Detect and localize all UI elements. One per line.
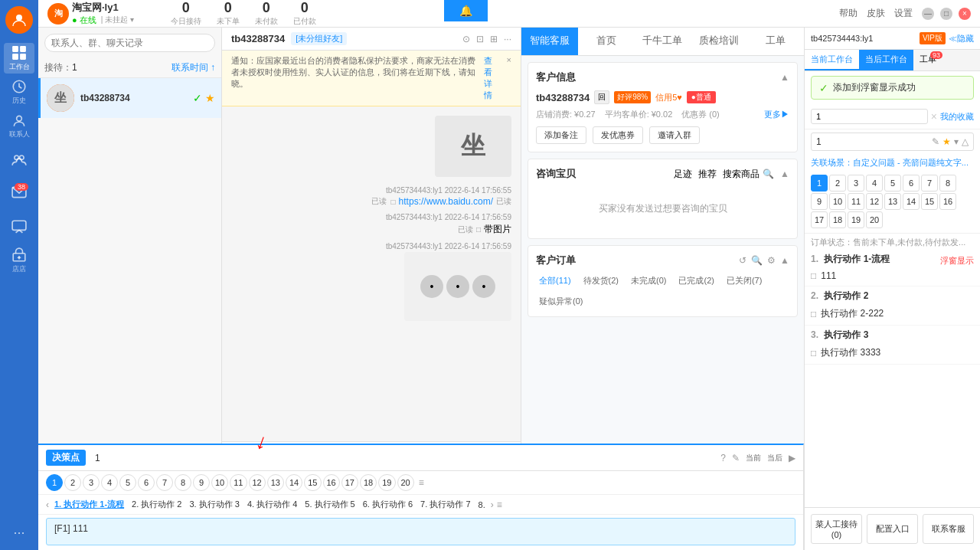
num-btn-3[interactable]: 3 — [848, 175, 864, 192]
num-btn-5[interactable]: 5 — [884, 175, 901, 192]
decision-num-7[interactable]: 7 — [156, 474, 173, 491]
settings-orders-icon[interactable]: ⚙ — [767, 255, 776, 266]
decision-num-1[interactable]: 1 — [46, 474, 63, 491]
header-icon-3[interactable]: ⊞ — [490, 34, 498, 44]
order-tab-shipping[interactable]: 待发货(2) — [580, 273, 622, 288]
order-tab-abnormal[interactable]: 疑似异常(0) — [536, 294, 586, 309]
contact-service-button[interactable]: 联系客服 — [923, 514, 974, 544]
add-note-button[interactable]: 添加备注 — [536, 126, 586, 144]
decision-action-5[interactable]: 5. 执行动作 5 — [302, 498, 357, 511]
num-btn-10[interactable]: 10 — [829, 193, 846, 210]
decision-num-13[interactable]: 13 — [267, 474, 284, 491]
help-popup-icon[interactable]: ? — [720, 453, 726, 463]
num-btn-12[interactable]: 12 — [866, 193, 883, 210]
chat-search-input[interactable] — [44, 34, 215, 52]
decision-num-15[interactable]: 15 — [304, 474, 321, 491]
decision-action-2[interactable]: 2. 执行动作 2 — [129, 498, 184, 511]
edit-icon[interactable]: ✎ — [932, 136, 939, 147]
refresh-orders-icon[interactable]: ↺ — [739, 255, 746, 266]
action-1-text[interactable]: 111 — [821, 270, 836, 281]
num-btn-8[interactable]: 8 — [939, 175, 956, 192]
float-display-button[interactable]: 浮窗显示 — [940, 255, 974, 267]
actions-prev-icon[interactable]: ‹ — [46, 499, 49, 510]
my-collect-link[interactable]: 我的收藏 — [940, 111, 974, 123]
order-tab-complete[interactable]: 已完成(2) — [675, 273, 717, 288]
header-menu[interactable]: ··· — [504, 34, 511, 44]
num-btn-14[interactable]: 14 — [903, 193, 920, 210]
tab-work-order[interactable]: 工单 — [747, 28, 804, 55]
header-icon-1[interactable]: ⊙ — [462, 34, 470, 44]
decision-action-3[interactable]: 3. 执行动作 3 — [187, 498, 241, 511]
action-3-text[interactable]: 执行动作 3333 — [821, 346, 880, 359]
tab-order[interactable]: 千牛工单 — [635, 28, 691, 55]
decision-num-3[interactable]: 3 — [83, 474, 100, 491]
collapse-query-icon[interactable]: ▲ — [780, 169, 789, 179]
decision-num-5[interactable]: 5 — [119, 474, 136, 491]
num-btn-2[interactable]: 2 — [829, 175, 846, 192]
decision-action-1[interactable]: 1. 执行动作 1-流程 — [52, 498, 126, 511]
query-tab-recommend[interactable]: 推荐 — [698, 168, 717, 181]
decision-num-18[interactable]: 18 — [360, 474, 377, 491]
notice-detail-link[interactable]: 查看详情 — [484, 55, 500, 101]
decision-num-2[interactable]: 2 — [64, 474, 81, 491]
notice-close-button[interactable]: × — [507, 55, 511, 64]
expand-icon[interactable]: ▾ — [954, 136, 959, 147]
contact-time[interactable]: 联系时间 ↑ — [172, 61, 215, 74]
bell-button[interactable]: 🔔 — [444, 0, 488, 21]
decision-action-6[interactable]: 6. 执行动作 6 — [361, 498, 415, 511]
search-orders-icon[interactable]: 🔍 — [751, 255, 763, 266]
next-toggle[interactable]: 当后 — [767, 453, 782, 463]
decision-num-17[interactable]: 17 — [341, 474, 358, 491]
more-icon[interactable]: △ — [962, 136, 969, 147]
decision-num-16[interactable]: 16 — [323, 474, 340, 491]
decision-num-6[interactable]: 6 — [138, 474, 155, 491]
num-btn-4[interactable]: 4 — [866, 175, 883, 192]
actions-next-icon[interactable]: › — [491, 499, 494, 510]
user-avatar[interactable] — [5, 6, 33, 34]
sidebar-item-chat[interactable] — [4, 211, 34, 242]
sidebar-more[interactable]: ··· — [13, 525, 24, 541]
more-button[interactable]: 更多▶ — [764, 109, 789, 120]
collapse-orders-icon[interactable]: ▲ — [780, 255, 789, 266]
tab-home[interactable]: 首页 — [578, 28, 635, 55]
help-link[interactable]: 帮助 — [839, 7, 858, 20]
order-tab-incomplete[interactable]: 未完成(0) — [628, 273, 669, 288]
decision-num-8[interactable]: 8 — [175, 474, 191, 491]
query-tab-footprint[interactable]: 足迹 — [674, 168, 692, 181]
num-btn-1[interactable]: 1 — [811, 175, 828, 192]
chat-list-item[interactable]: 坐 tb43288734 ✓ ★ — [38, 78, 221, 118]
skin-link[interactable]: 皮肤 — [867, 7, 885, 20]
num-row-more[interactable]: ≡ — [419, 477, 424, 488]
num-btn-7[interactable]: 7 — [921, 175, 938, 192]
decision-num-12[interactable]: 12 — [249, 474, 266, 491]
num-btn-17[interactable]: 17 — [811, 211, 828, 228]
decision-num-19[interactable]: 19 — [378, 474, 395, 491]
decision-num-9[interactable]: 9 — [193, 474, 210, 491]
section-label-link[interactable]: 关联场景：自定义问题 - 亮箭问题纯文字... — [811, 158, 969, 167]
order-tab-closed[interactable]: 已关闭(7) — [724, 273, 765, 288]
minimize-button[interactable]: — — [922, 8, 934, 20]
decision-num-20[interactable]: 20 — [397, 474, 414, 491]
num-btn-19[interactable]: 19 — [848, 211, 864, 228]
edit-popup-icon[interactable]: ✎ — [732, 453, 740, 463]
far-tab-current[interactable]: 当前工作台 — [805, 50, 859, 70]
config-entry-button[interactable]: 配置入口 — [867, 514, 918, 544]
settings-link[interactable]: 设置 — [894, 7, 913, 20]
decision-num-11[interactable]: 11 — [230, 474, 247, 491]
actions-menu-icon[interactable]: ≡ — [497, 499, 502, 510]
star-icon[interactable]: ★ — [942, 136, 951, 147]
num-btn-15[interactable]: 15 — [921, 193, 938, 210]
search-clear-icon[interactable]: × — [931, 110, 937, 123]
far-tab-next[interactable]: 当后工作台 — [859, 50, 913, 70]
sidebar-item-messages[interactable]: 38 — [4, 178, 34, 208]
num-btn-13[interactable]: 13 — [884, 193, 901, 210]
num-btn-18[interactable]: 18 — [829, 211, 846, 228]
send-coupon-button[interactable]: 发优惠券 — [593, 126, 643, 144]
maximize-button[interactable]: □ — [940, 8, 952, 20]
num-btn-9[interactable]: 9 — [811, 193, 828, 210]
decision-action-4[interactable]: 4. 执行动作 4 — [245, 498, 299, 511]
invite-group-button[interactable]: 邀请入群 — [649, 126, 700, 144]
current-toggle[interactable]: 当前 — [746, 453, 761, 463]
sidebar-item-worktable[interactable]: 工作台 — [4, 43, 34, 74]
search-product-icon[interactable]: 🔍 — [763, 169, 774, 179]
